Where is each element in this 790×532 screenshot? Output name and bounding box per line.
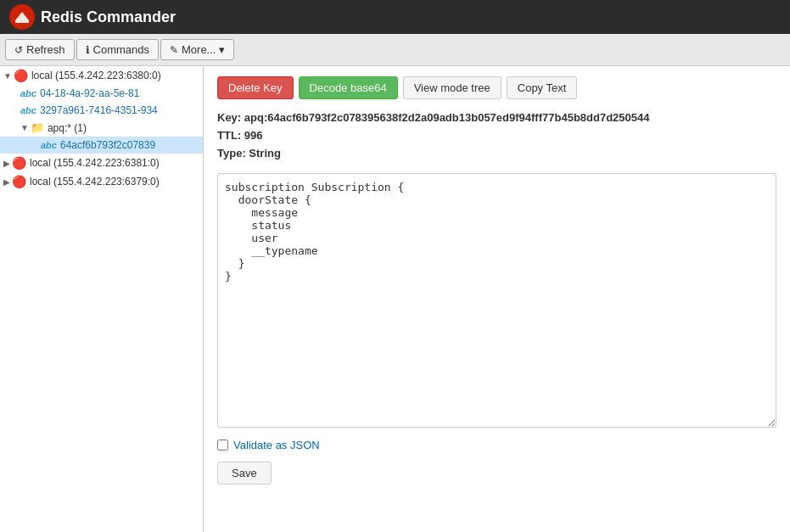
svg-rect-2 xyxy=(15,20,29,23)
pencil-icon: ✎ xyxy=(170,44,178,56)
logo-container: Redis Commander xyxy=(8,3,176,31)
refresh-icon: ↺ xyxy=(14,44,23,56)
validate-row: Validate as JSON xyxy=(217,439,776,451)
key-info-row: Key: apq:64acf6b793f2c078395638f2d2a09ad… xyxy=(217,111,776,124)
delete-key-button[interactable]: Delete Key xyxy=(217,76,294,99)
decode-base64-button[interactable]: Decode base64 xyxy=(299,76,398,99)
server-icon-2: 🔴 xyxy=(12,156,26,170)
tree-toggle-server2[interactable]: ▶ xyxy=(3,159,10,168)
commands-button[interactable]: ℹ Commands xyxy=(76,39,159,60)
type-value: String xyxy=(249,147,281,160)
server-icon-3: 🔴 xyxy=(12,175,26,188)
commands-label: Commands xyxy=(93,43,149,56)
refresh-label: Refresh xyxy=(26,43,65,56)
key1-label: 04-18-4a-92-aa-5e-81 xyxy=(40,87,139,99)
validate-json-label[interactable]: Validate as JSON xyxy=(233,439,320,451)
redis-logo-icon xyxy=(8,3,36,31)
dropdown-arrow-icon: ▾ xyxy=(219,43,225,56)
toolbar: ↺ Refresh ℹ Commands ✎ More... ▾ xyxy=(0,34,790,66)
sidebar-item-server2[interactable]: ▶ 🔴 local (155.4.242.223:6381:0) xyxy=(0,154,203,172)
app-title: Redis Commander xyxy=(41,8,176,26)
copy-text-button[interactable]: Copy Text xyxy=(507,76,578,99)
server1-label: local (155.4.242.223:6380:0) xyxy=(31,70,161,81)
key3-label: 64acf6b793f2c07839 xyxy=(60,139,155,151)
server3-label: local (155.4.242.223:6379:0) xyxy=(30,176,160,188)
string-key-icon-1: abc xyxy=(20,88,36,98)
validate-json-checkbox[interactable] xyxy=(217,440,228,451)
save-button[interactable]: Save xyxy=(217,462,272,484)
string-key-icon-2: abc xyxy=(20,105,36,115)
tree-toggle-server3[interactable]: ▶ xyxy=(3,177,10,187)
ttl-value: 996 xyxy=(244,129,263,142)
sidebar-item-key2[interactable]: abc 3297a961-7416-4351-934 xyxy=(0,102,203,119)
server-icon-1: 🔴 xyxy=(14,69,28,82)
key-label: Key: xyxy=(217,111,241,124)
string-key-icon-3: abc xyxy=(41,140,57,150)
sidebar-item-server3[interactable]: ▶ 🔴 local (155.4.242.223:6379:0) xyxy=(0,172,203,191)
sidebar-item-server1[interactable]: ▼ 🔴 local (155.4.242.223:6380:0) xyxy=(0,66,203,85)
tree-toggle-server1[interactable]: ▼ xyxy=(3,71,12,81)
folder-apq-label: apq:* (1) xyxy=(48,122,87,134)
main-layout: ▼ 🔴 local (155.4.242.223:6380:0) abc 04-… xyxy=(0,66,790,532)
type-label: Type: xyxy=(217,147,246,160)
value-editor[interactable] xyxy=(217,173,776,428)
server2-label: local (155.4.242.223:6381:0) xyxy=(30,157,160,169)
sidebar-item-key1[interactable]: abc 04-18-4a-92-aa-5e-81 xyxy=(0,85,203,102)
tree-toggle-folder-apq[interactable]: ▼ xyxy=(20,123,29,132)
sidebar-item-key3[interactable]: abc 64acf6b793f2c07839 xyxy=(0,137,203,154)
refresh-button[interactable]: ↺ Refresh xyxy=(5,39,75,60)
header: Redis Commander xyxy=(0,0,790,34)
type-info-row: Type: String xyxy=(217,147,776,160)
key2-label: 3297a961-7416-4351-934 xyxy=(40,104,158,116)
folder-icon: 📁 xyxy=(31,121,44,134)
sidebar-item-folder-apq[interactable]: ▼ 📁 apq:* (1) xyxy=(0,119,203,137)
key-value: apq:64acf6b793f2c078395638f2d2a09adb13b0… xyxy=(244,111,650,124)
info-icon: ℹ xyxy=(86,44,90,56)
ttl-label: TTL: xyxy=(217,129,241,142)
content-area: Delete Key Decode base64 View mode tree … xyxy=(204,66,790,532)
ttl-info-row: TTL: 996 xyxy=(217,129,776,142)
action-bar: Delete Key Decode base64 View mode tree … xyxy=(217,76,776,99)
view-mode-tree-button[interactable]: View mode tree xyxy=(403,76,501,99)
sidebar: ▼ 🔴 local (155.4.242.223:6380:0) abc 04-… xyxy=(0,66,204,532)
more-label: More... xyxy=(182,43,216,56)
more-button[interactable]: ✎ More... ▾ xyxy=(160,39,234,60)
